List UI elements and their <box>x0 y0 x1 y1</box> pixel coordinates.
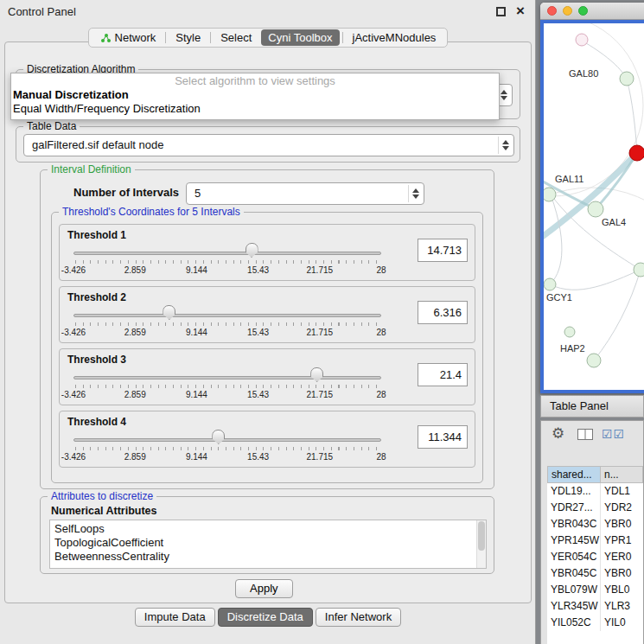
tab-discretize-data[interactable]: Discretize Data <box>218 608 313 627</box>
attribute-list-item[interactable]: BetweennessCentrality <box>50 550 486 564</box>
list-scrollbar[interactable] <box>476 520 486 568</box>
select-columns-checkboxes-icon[interactable]: ☑☑ <box>602 427 625 441</box>
network-node[interactable] <box>564 327 575 337</box>
column-header-name[interactable]: n... <box>601 466 643 483</box>
threshold-list: Threshold 1-3.4262.8599.14415.4321.71528… <box>52 224 482 468</box>
tab-network[interactable]: Network <box>93 29 163 46</box>
network-view-window[interactable]: GAL80 GAL11 GAL4 GCY1 HAP2 <box>540 3 644 393</box>
table-row[interactable]: YER054CYER0 <box>547 549 643 565</box>
scale-tick-label: 21.715 <box>307 265 334 275</box>
attribute-list-item[interactable]: TopologicalCoefficient <box>50 536 486 550</box>
network-node[interactable] <box>620 72 634 86</box>
threshold-slider[interactable] <box>73 304 381 330</box>
table-row[interactable]: YBR043CYBR0 <box>547 516 643 532</box>
numerical-attributes-list[interactable]: SelfLoopsTopologicalCoefficientBetweenne… <box>49 520 487 569</box>
zoom-window-icon[interactable] <box>578 6 588 16</box>
table-row[interactable]: YDR27...YDR2 <box>547 500 643 516</box>
tab-label: Select <box>220 31 252 44</box>
table-panel-window: ⚙ ☑☑ shared... n... YDL19...YDL1YDR27...… <box>540 420 644 644</box>
threshold-value-field[interactable]: 11.344 <box>418 425 468 449</box>
table-row[interactable]: YDL19...YDL1 <box>547 483 643 500</box>
gear-icon[interactable]: ⚙ <box>552 425 564 443</box>
threshold-label: Threshold 3 <box>67 354 126 366</box>
threshold-value-field[interactable]: 14.713 <box>418 239 468 262</box>
control-panel: Control Panel × Network Style Select Cyn… <box>0 0 536 644</box>
table-panel-header[interactable]: Table Panel <box>540 395 644 418</box>
network-node[interactable] <box>544 278 556 290</box>
tab-separator <box>165 32 166 43</box>
threshold-box-1: Threshold 1-3.4262.8599.14415.4321.71528… <box>59 224 475 281</box>
dropdown-option-equal-width-frequency[interactable]: Equal Width/Frequency Discretization <box>11 102 499 116</box>
tab-label: Cyni Toolbox <box>268 31 332 44</box>
selected-network-node[interactable] <box>629 145 644 161</box>
tab-style[interactable]: Style <box>169 29 207 46</box>
tab-jactivemnodules[interactable]: jActiveMNodules <box>346 29 443 46</box>
network-node[interactable] <box>587 354 601 367</box>
table-cell: YDL1 <box>601 483 643 500</box>
scale-tick-label: 15.43 <box>247 265 269 275</box>
table-cell: YBL079W <box>547 582 601 598</box>
threshold-value-field[interactable]: 21.4 <box>418 363 468 386</box>
node-label-gal80: GAL80 <box>569 68 598 79</box>
table-cell: YIL052C <box>547 615 601 631</box>
tab-cyni-toolbox[interactable]: Cyni Toolbox <box>261 29 339 46</box>
network-node[interactable] <box>544 188 556 201</box>
dropdown-option-manual-discretization[interactable]: Manual Discretization <box>11 88 499 102</box>
table-row[interactable]: YBR045CYBR0 <box>547 565 643 582</box>
group-label: Threshold's Coordinates for 5 Intervals <box>59 206 244 219</box>
table-row[interactable]: YPR145WYPR1 <box>547 532 643 549</box>
combo-arrows-icon <box>408 185 422 202</box>
scale-tick-label: 2.859 <box>124 452 146 462</box>
algorithm-dropdown-popup: Select algorithm to view settings Manual… <box>10 73 500 120</box>
slider-thumb[interactable] <box>163 305 175 320</box>
minimize-window-icon[interactable] <box>563 6 572 16</box>
attribute-list-item[interactable]: SelfLoops <box>50 522 486 536</box>
tab-infer-network[interactable]: Infer Network <box>316 608 401 627</box>
column-header-shared-name[interactable]: shared... <box>547 466 601 483</box>
scrollbar-thumb[interactable] <box>478 521 485 551</box>
slider-ticks <box>75 260 381 264</box>
scale-tick-label: 28 <box>376 265 386 275</box>
slider-thumb[interactable] <box>310 367 323 382</box>
number-of-intervals-combo[interactable]: 5 <box>186 182 424 205</box>
threshold-value-field[interactable]: 6.316 <box>418 301 468 324</box>
scale-tick-label: 28 <box>376 390 386 399</box>
network-node[interactable] <box>588 201 603 217</box>
network-node[interactable] <box>576 34 588 46</box>
float-window-icon[interactable] <box>496 7 506 16</box>
table-row[interactable]: YLR345WYLR3 <box>547 598 643 615</box>
threshold-slider[interactable] <box>73 242 381 268</box>
network-canvas[interactable]: GAL80 GAL11 GAL4 GCY1 HAP2 <box>544 23 644 390</box>
interval-definition-group: Interval Definition Number of Intervals … <box>40 169 494 489</box>
table-cell: YLR3 <box>601 598 643 615</box>
scale-tick-label: 15.43 <box>247 328 269 337</box>
threshold-slider[interactable] <box>73 367 381 392</box>
slider-track <box>73 438 381 442</box>
columns-icon[interactable] <box>577 429 593 443</box>
group-label: Attributes to discretize <box>48 490 156 503</box>
apply-button[interactable]: Apply <box>235 579 293 598</box>
table-cell: YBR045C <box>547 565 601 582</box>
table-cell: YIL0 <box>601 615 643 631</box>
table-cell: YDL19... <box>547 483 601 500</box>
table-cell: YBR043C <box>547 516 601 532</box>
close-panel-icon[interactable]: × <box>516 3 525 20</box>
network-node[interactable] <box>634 263 644 277</box>
slider-thumb[interactable] <box>245 243 258 258</box>
threshold-slider[interactable] <box>73 429 381 455</box>
network-window-titlebar[interactable] <box>540 3 644 20</box>
tab-impute-data[interactable]: Impute Data <box>135 608 215 627</box>
slider-thumb[interactable] <box>212 430 225 444</box>
scale-tick-label: -3.426 <box>61 452 86 462</box>
threshold-label: Threshold 4 <box>67 416 126 428</box>
close-window-icon[interactable] <box>547 6 557 16</box>
table-cell: YPR1 <box>601 532 643 549</box>
table-data-combo[interactable]: galFiltered.sif default node <box>23 134 514 156</box>
table-cell: YPR145W <box>547 532 601 549</box>
table-row[interactable]: YBL079WYBL0 <box>547 582 643 598</box>
table-row[interactable]: YIL052CYIL0 <box>547 615 643 631</box>
scale-tick-label: 9.144 <box>186 390 207 399</box>
tab-select[interactable]: Select <box>214 29 258 46</box>
node-label-gal4: GAL4 <box>602 217 626 227</box>
tab-label: Network <box>115 31 156 44</box>
